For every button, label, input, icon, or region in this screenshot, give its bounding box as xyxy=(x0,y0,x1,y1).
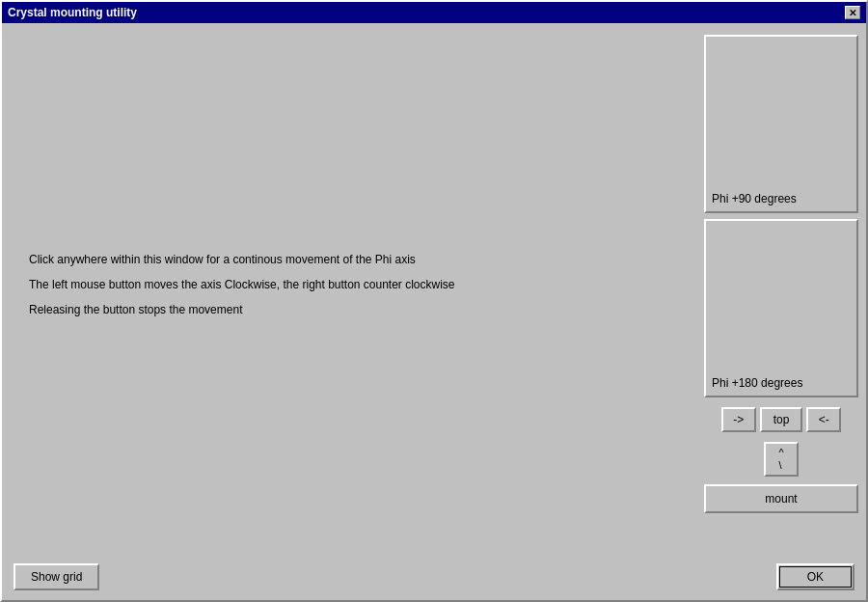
top-button[interactable]: top xyxy=(760,407,803,432)
bottom-bar: Show grid OK xyxy=(2,558,866,600)
close-button[interactable]: ✕ xyxy=(845,6,860,19)
info-text-2: The left mouse button moves the axis Clo… xyxy=(29,278,677,291)
title-bar: Crystal mounting utility ✕ xyxy=(2,2,866,23)
center-symbol-label: ^ \ xyxy=(778,447,783,472)
nav-row: -> top <- xyxy=(704,407,858,432)
ok-button[interactable]: OK xyxy=(776,563,854,590)
arrow-left-button[interactable]: <- xyxy=(806,407,841,432)
show-grid-button[interactable]: Show grid xyxy=(14,563,99,590)
window-title: Crystal mounting utility xyxy=(8,6,137,19)
right-panel: Phi +90 degrees Phi +180 degrees -> top … xyxy=(704,31,858,550)
phi-180-button[interactable]: Phi +180 degrees xyxy=(704,219,858,397)
center-symbol-button[interactable]: ^ \ xyxy=(764,442,799,477)
center-nav-area: ^ \ xyxy=(704,442,858,477)
mount-button[interactable]: mount xyxy=(704,484,858,513)
left-panel: Click anywhere within this window for a … xyxy=(10,31,696,550)
phi-180-label: Phi +180 degrees xyxy=(712,376,802,390)
main-window: Crystal mounting utility ✕ Click anywher… xyxy=(0,0,868,602)
phi-90-button[interactable]: Phi +90 degrees xyxy=(704,35,858,213)
info-text-1: Click anywhere within this window for a … xyxy=(29,253,677,266)
arrow-right-button[interactable]: -> xyxy=(721,407,756,432)
phi-90-label: Phi +90 degrees xyxy=(712,192,797,205)
content-area: Click anywhere within this window for a … xyxy=(2,23,866,558)
info-text-3: Releasing the button stops the movement xyxy=(29,303,677,316)
